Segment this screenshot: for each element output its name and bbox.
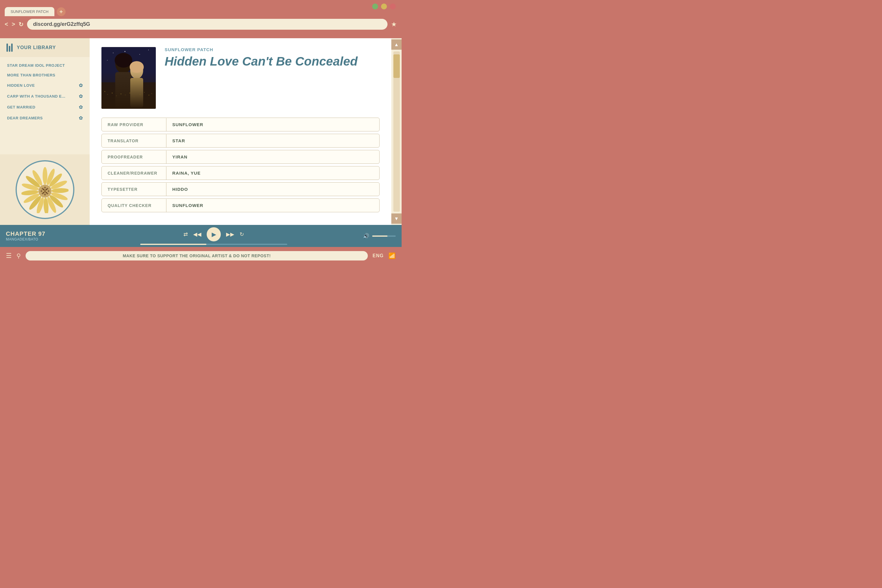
sidebar-item-carp[interactable]: CARP WITH A THOUSAND E... ✿: [0, 91, 90, 102]
hamburger-menu-icon[interactable]: ☰: [6, 252, 12, 260]
search-icon[interactable]: ⚲: [16, 252, 21, 259]
sidebar-item-label: CARP WITH A THOUSAND E...: [7, 94, 65, 99]
svg-point-32: [113, 52, 114, 53]
svg-rect-49: [125, 94, 126, 95]
reload-button[interactable]: ↻: [18, 21, 24, 28]
browser-chrome: SUNFLOWER PATCH + < > ↻ discord.gg/erG2z…: [0, 0, 402, 38]
address-bar[interactable]: discord.gg/erG2zffq5G: [27, 19, 387, 30]
library-icon: [6, 44, 13, 52]
credit-label: QUALITY CHECKER: [102, 199, 166, 212]
svg-point-19: [48, 190, 50, 192]
play-button[interactable]: ▶: [207, 227, 221, 242]
shuffle-button[interactable]: ⇄: [183, 231, 188, 237]
player-buttons: ⇄ ◀◀ ▶ ▶▶ ↻: [183, 227, 244, 242]
window-controls: [372, 3, 396, 9]
notice-text: MAKE SURE TO SUPPORT THE ORIGINAL ARTIST…: [123, 254, 271, 258]
svg-point-23: [40, 190, 42, 192]
scroll-down-button[interactable]: ▼: [392, 213, 402, 224]
volume-bar[interactable]: [372, 236, 396, 237]
new-tab-button[interactable]: +: [57, 8, 66, 16]
sidebar-item-star-dream[interactable]: STAR DREAM IDOL PROJECT: [0, 61, 90, 70]
bookmark-star-icon[interactable]: ★: [391, 21, 397, 28]
main-area: YOUR LIBRARY STAR DREAM IDOL PROJECT MOR…: [0, 38, 402, 225]
manga-header: SUNFLOWER PATCH Hidden Love Can't Be Con…: [101, 47, 380, 109]
bottom-bar: ☰ ⚲ MAKE SURE TO SUPPORT THE ORIGINAL AR…: [0, 247, 402, 265]
volume-area: 🔊: [363, 233, 396, 239]
flower-icon: ✿: [79, 82, 83, 88]
player-source: MANGADEX/BATO: [6, 237, 64, 242]
sidebar-logo: [0, 154, 90, 225]
svg-rect-41: [130, 78, 143, 107]
svg-rect-39: [115, 72, 132, 109]
credit-value: HIDDO: [166, 183, 194, 196]
notice-bar: MAKE SURE TO SUPPORT THE ORIGINAL ARTIST…: [26, 251, 368, 261]
svg-rect-55: [152, 93, 152, 94]
svg-point-17: [44, 187, 46, 189]
volume-fill: [372, 236, 387, 237]
tab-label: SUNFLOWER PATCH: [10, 9, 48, 14]
svg-point-34: [140, 54, 140, 55]
svg-rect-45: [107, 94, 108, 94]
svg-rect-31: [101, 82, 156, 109]
player-info: CHAPTER 97 MANGADEX/BATO: [6, 231, 64, 242]
player-chapter: CHAPTER 97: [6, 231, 64, 237]
sidebar-item-get-married[interactable]: GET MARRIED ✿: [0, 102, 90, 112]
credit-row-translator: TRANSLATOR STAR: [101, 134, 380, 148]
next-button[interactable]: ▶▶: [226, 231, 234, 237]
close-button[interactable]: [390, 3, 396, 9]
credit-row-quality-checker: QUALITY CHECKER SUNFLOWER: [101, 198, 380, 212]
previous-button[interactable]: ◀◀: [193, 231, 201, 237]
sidebar-item-more-than-brothers[interactable]: MORE THAN BROTHERS: [0, 70, 90, 80]
svg-rect-53: [144, 92, 145, 93]
active-tab[interactable]: SUNFLOWER PATCH: [5, 7, 54, 16]
credit-row-cleaner: CLEANER/REDRAWER RAINA, YUE: [101, 166, 380, 180]
svg-point-28: [43, 192, 44, 194]
svg-point-35: [148, 50, 149, 50]
sidebar-items-list: STAR DREAM IDOL PROJECT MORE THAN BROTHE…: [0, 57, 90, 154]
repeat-button[interactable]: ↻: [240, 231, 244, 237]
svg-point-29: [44, 190, 46, 192]
flower-icon: ✿: [79, 104, 83, 110]
credit-label: CLEANER/REDRAWER: [102, 167, 166, 180]
sidebar-item-label: GET MARRIED: [7, 105, 36, 110]
credits-table: RAW PROVIDER SUNFLOWER TRANSLATOR STAR P…: [101, 118, 380, 212]
svg-point-21: [44, 194, 46, 195]
back-button[interactable]: <: [5, 21, 8, 28]
tab-bar: SUNFLOWER PATCH +: [0, 0, 402, 16]
credit-label: TYPESETTER: [102, 183, 166, 196]
credit-value: YIRAN: [166, 150, 194, 164]
url-text: discord.gg/erG2zffq5G: [33, 21, 90, 27]
manga-series-label: SUNFLOWER PATCH: [165, 47, 380, 52]
credit-value: SUNFLOWER: [166, 118, 209, 131]
credit-row-proofreader: PROOFREADER YIRAN: [101, 150, 380, 164]
credit-label: PROOFREADER: [102, 150, 166, 164]
sidebar-item-label: STAR DREAM IDOL PROJECT: [7, 63, 65, 68]
nav-bar: < > ↻ discord.gg/erG2zffq5G ★: [0, 16, 402, 32]
sidebar-header: YOUR LIBRARY: [0, 38, 90, 57]
svg-rect-52: [140, 94, 141, 95]
sidebar-item-label: MORE THAN BROTHERS: [7, 73, 55, 77]
forward-button[interactable]: >: [12, 21, 15, 28]
scrollbar: ▲ ▼: [392, 38, 402, 225]
sidebar-item-label: DEAR DREAMERS: [7, 116, 43, 120]
progress-bar[interactable]: [140, 244, 287, 245]
scroll-up-button[interactable]: ▲: [392, 39, 402, 50]
credit-label: TRANSLATOR: [102, 134, 166, 147]
sidebar-item-label: HIDDEN LOVE: [7, 83, 35, 88]
player-bar: CHAPTER 97 MANGADEX/BATO ⇄ ◀◀ ▶ ▶▶ ↻ 🔊: [0, 225, 402, 247]
cover-art-svg: [101, 47, 156, 109]
credit-row-typesetter: TYPESETTER HIDDO: [101, 182, 380, 196]
scroll-track[interactable]: [393, 51, 400, 212]
manga-title: Hidden Love Can't Be Concealed: [165, 54, 380, 69]
content-panel: SUNFLOWER PATCH Hidden Love Can't Be Con…: [90, 38, 392, 225]
sidebar-item-hidden-love[interactable]: HIDDEN LOVE ✿: [0, 80, 90, 91]
svg-point-25: [45, 189, 47, 190]
volume-icon[interactable]: 🔊: [363, 233, 369, 239]
minimize-button[interactable]: [372, 3, 378, 9]
credit-row-raw-provider: RAW PROVIDER SUNFLOWER: [101, 118, 380, 131]
svg-point-27: [45, 192, 47, 194]
maximize-button[interactable]: [381, 3, 387, 9]
scroll-thumb[interactable]: [393, 54, 400, 78]
sidebar-item-dear-dreamers[interactable]: DEAR DREAMERS ✿: [0, 112, 90, 123]
language-label[interactable]: ENG: [372, 253, 384, 258]
